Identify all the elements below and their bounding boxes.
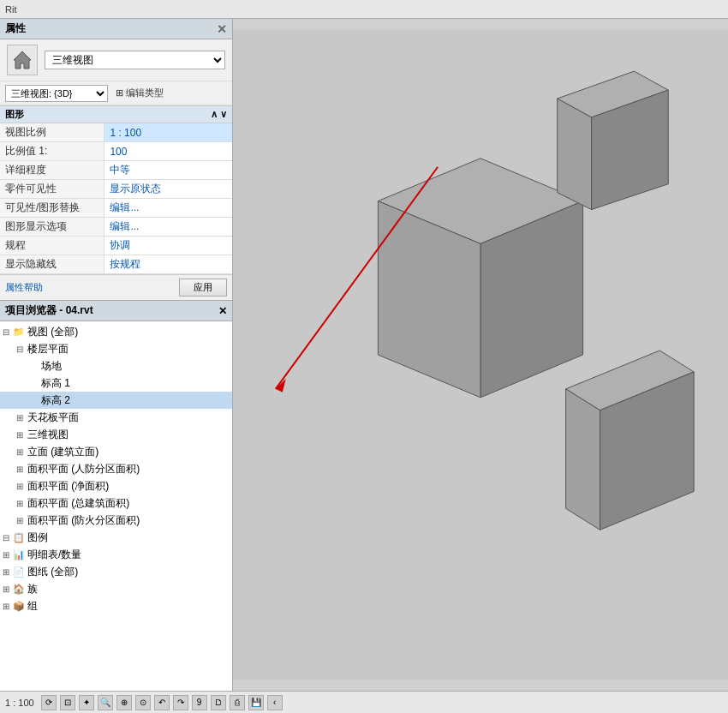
status-icon-redo[interactable]: ↷ [173,695,188,710]
view-name-select[interactable]: 三维视图: {3D} [5,85,108,102]
properties-titlebar: 属性 ✕ [0,19,232,39]
project-browser: 项目浏览器 - 04.rvt ✕ ⊟📁视图 (全部)⊟楼层平面场地标高 1标高 … [0,301,232,691]
tree-expand-icon-10[interactable]: ⊞ [14,499,26,508]
status-icon-settings[interactable]: ✦ [79,695,94,710]
prop-value-0: 1 : 100 [104,123,232,142]
tree-expand-icon-5[interactable]: ⊞ [14,413,26,422]
tree-label-7: 立面 (建筑立面) [26,445,98,459]
status-icon-undo[interactable]: ↶ [154,695,170,710]
prop-row-4: 可见性/图形替换编辑... [0,199,232,218]
status-icon-frame[interactable]: ⊡ [60,695,75,710]
tree-expand-icon-15[interactable]: ⊞ [0,584,12,594]
prop-key-3: 零件可见性 [0,180,104,199]
tree-expand-icon-9[interactable]: ⊞ [14,482,26,491]
tree-item-16[interactable]: ⊞📦组 [0,597,232,614]
browser-titlebar: 项目浏览器 - 04.rvt ✕ [0,301,232,321]
prop-row-1: 比例值 1:100 [0,142,232,161]
status-icon-9[interactable]: 9 [192,695,207,710]
prop-key-7: 显示隐藏线 [0,255,104,274]
tree-label-1: 楼层平面 [26,342,69,356]
status-icon-save[interactable]: 💾 [248,695,264,710]
tree-item-13[interactable]: ⊞📊明细表/数量 [0,546,232,563]
properties-close-button[interactable]: ✕ [217,22,227,36]
prop-key-6: 规程 [0,237,104,255]
svg-marker-10 [566,389,600,530]
status-icon-globe[interactable]: ⊙ [135,695,151,710]
tree-label-16: 组 [26,599,38,614]
house-icon [7,45,38,75]
status-icon-doc[interactable]: 🗋 [211,695,226,710]
tree-item-15[interactable]: ⊞🏠族 [0,580,232,597]
viewport-content [233,19,728,691]
tree-expand-icon-12[interactable]: ⊟ [0,533,12,542]
properties-panel: 属性 ✕ 三维视图 三维视图: {3D} ⊞ 编 [0,19,232,301]
properties-table: 视图比例1 : 100比例值 1:100详细程度中等零件可见性显示原状态可见性/… [0,123,232,274]
apply-button[interactable]: 应用 [179,279,227,297]
tree-item-10[interactable]: ⊞面积平面 (总建筑面积) [0,494,232,512]
prop-row-3: 零件可见性显示原状态 [0,180,232,199]
tree-expand-icon-16[interactable]: ⊞ [0,602,12,611]
prop-row-6: 规程协调 [0,237,232,255]
status-bar: 1 : 100 ⟳ ⊡ ✦ 🔍 ⊕ ⊙ ↶ ↷ 9 🗋 ⎙ 💾 ‹ [0,691,728,713]
tree-item-1[interactable]: ⊟楼层平面 [0,340,232,357]
prop-value-6: 协调 [104,237,232,255]
status-icon-refresh[interactable]: ⟳ [41,695,57,710]
tree-label-10: 面积平面 (总建筑面积) [26,496,129,511]
tree-item-6[interactable]: ⊞三维视图 [0,426,232,443]
tree-expand-icon-14[interactable]: ⊞ [0,567,12,577]
tree-label-4: 标高 2 [39,393,70,408]
tree-folder-icon-15: 🏠 [12,584,26,595]
viewport [233,19,728,691]
prop-value-2: 中等 [104,161,232,180]
section-header-graphics: 图形 ∧ ∨ [0,105,232,123]
tree-label-15: 族 [26,582,38,596]
status-scale: 1 : 100 [5,698,34,708]
edit-type-button[interactable]: ⊞ 编辑类型 [111,84,168,102]
view-type-select[interactable]: 三维视图 [45,51,225,69]
tree-label-13: 明细表/数量 [26,548,81,562]
tree-item-2[interactable]: 场地 [0,357,232,374]
prop-value-5[interactable]: 编辑... [104,218,232,237]
tree-item-7[interactable]: ⊞立面 (建筑立面) [0,443,232,460]
tree-expand-icon-8[interactable]: ⊞ [14,464,26,474]
tree-item-4[interactable]: 标高 2 [0,392,232,409]
svg-marker-7 [558,99,592,210]
prop-row-2: 详细程度中等 [0,161,232,180]
status-icon-zoom-search[interactable]: 🔍 [98,695,113,710]
tree-item-3[interactable]: 标高 1 [0,374,232,392]
left-panel: 属性 ✕ 三维视图 三维视图: {3D} ⊞ 编 [0,19,233,691]
tree-expand-icon-1[interactable]: ⊟ [14,345,26,354]
tree-expand-icon-0[interactable]: ⊟ [0,327,12,337]
status-icon-zoom-in[interactable]: ⊕ [116,695,132,710]
tree-item-9[interactable]: ⊞面积平面 (净面积) [0,477,232,494]
tree-item-12[interactable]: ⊟📋图例 [0,529,232,546]
tree-label-5: 天花板平面 [26,410,79,425]
tree-item-8[interactable]: ⊞面积平面 (人防分区面积) [0,460,232,477]
status-icon-arrow[interactable]: ‹ [267,695,283,710]
status-icon-print[interactable]: ⎙ [230,695,245,710]
tree-expand-icon-7[interactable]: ⊞ [14,447,26,457]
properties-help-link[interactable]: 属性帮助 [5,281,43,294]
prop-value-4[interactable]: 编辑... [104,199,232,218]
section-label: 图形 [5,108,24,121]
edit-type-icon: ⊞ [116,87,123,99]
tree-folder-icon-13: 📊 [12,549,26,560]
tree-expand-icon-13[interactable]: ⊞ [0,550,12,560]
prop-row-5: 图形显示选项编辑... [0,218,232,237]
main-layout: 属性 ✕ 三维视图 三维视图: {3D} ⊞ 编 [0,19,728,691]
prop-key-1: 比例值 1: [0,142,104,161]
tree-folder-icon-16: 📦 [12,601,26,612]
tree-label-0: 视图 (全部) [26,325,78,339]
tree-expand-icon-6[interactable]: ⊞ [14,430,26,440]
tree-item-14[interactable]: ⊞📄图纸 (全部) [0,563,232,580]
prop-key-4: 可见性/图形替换 [0,199,104,218]
tree-item-5[interactable]: ⊞天花板平面 [0,409,232,426]
tree-label-8: 面积平面 (人防分区面积) [26,462,140,476]
tree-item-0[interactable]: ⊟📁视图 (全部) [0,323,232,340]
tree-expand-icon-11[interactable]: ⊞ [14,516,26,525]
browser-tree: ⊟📁视图 (全部)⊟楼层平面场地标高 1标高 2⊞天花板平面⊞三维视图⊞立面 (… [0,321,232,691]
tree-item-11[interactable]: ⊞面积平面 (防火分区面积) [0,512,232,529]
browser-close-button[interactable]: ✕ [218,305,227,317]
view-select-row: 三维视图: {3D} ⊞ 编辑类型 [0,81,232,105]
top-bar: Rit [0,0,728,19]
